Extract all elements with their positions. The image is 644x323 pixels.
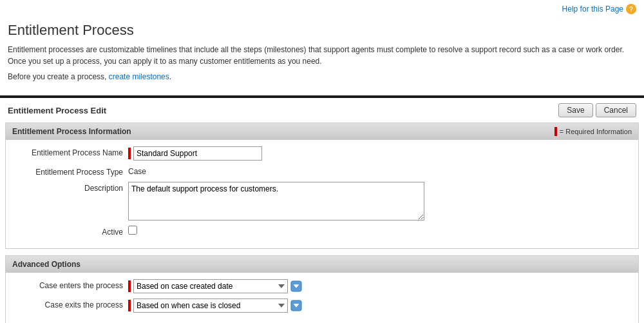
- page-description-2-prefix: Before you create a process,: [8, 72, 109, 81]
- spacer: [6, 318, 638, 323]
- form-container: Entitlement Process Edit Save Cancel Ent…: [0, 98, 644, 323]
- advanced-section-header: Advanced Options: [6, 256, 638, 273]
- required-note: = Required Information: [554, 127, 632, 136]
- case-enters-select[interactable]: Based on case created date Based on case…: [133, 279, 288, 293]
- info-section-header: Entitlement Process Information = Requir…: [6, 123, 638, 140]
- page-title: Entitlement Process: [8, 22, 636, 39]
- page-description-1: Entitlement processes are customizable t…: [8, 44, 636, 67]
- case-enters-required: [128, 280, 131, 292]
- top-cancel-button[interactable]: Cancel: [596, 103, 636, 117]
- case-enters-value: Based on case created date Based on case…: [128, 279, 632, 293]
- case-exits-value: Based on when case is closed Based on cu…: [128, 299, 632, 313]
- advanced-section: Advanced Options Case enters the process…: [5, 255, 639, 323]
- required-bar-icon: [554, 127, 557, 136]
- section-title: Entitlement Process Edit: [8, 106, 556, 115]
- case-enters-select-icon[interactable]: [290, 280, 302, 292]
- case-enters-label: Case enters the process: [12, 279, 128, 290]
- top-save-button[interactable]: Save: [558, 103, 592, 117]
- top-bar: Help for this Page ?: [0, 0, 644, 17]
- active-row: Active: [6, 226, 638, 237]
- advanced-section-title: Advanced Options: [12, 260, 80, 269]
- type-label: Entitlement Process Type: [12, 166, 128, 177]
- case-exits-select[interactable]: Based on when case is closed Based on cu…: [133, 299, 288, 313]
- help-link[interactable]: Help for this Page: [562, 5, 623, 14]
- description-row: Description The default support process …: [6, 182, 638, 220]
- info-section: Entitlement Process Information = Requir…: [5, 122, 639, 249]
- description-value: The default support process for customer…: [128, 182, 632, 220]
- type-static: Case: [128, 166, 146, 176]
- name-value: [128, 146, 632, 161]
- case-exits-select-icon[interactable]: [290, 300, 302, 311]
- case-exits-row: Case exits the process Based on when cas…: [6, 299, 638, 313]
- create-milestones-link[interactable]: create milestones: [109, 72, 169, 81]
- name-input[interactable]: [133, 146, 262, 161]
- description-textarea[interactable]: The default support process for customer…: [128, 182, 424, 220]
- description-label: Description: [12, 182, 128, 193]
- type-value: Case: [128, 166, 632, 176]
- active-label: Active: [12, 226, 128, 237]
- case-enters-select-container: Based on case created date Based on case…: [133, 279, 302, 293]
- case-enters-row: Case enters the process Based on case cr…: [6, 279, 638, 293]
- page-description-2-suffix: .: [169, 72, 171, 81]
- help-icon[interactable]: ?: [626, 4, 636, 14]
- active-value: [128, 226, 632, 235]
- case-exits-select-container: Based on when case is closed Based on cu…: [133, 299, 302, 313]
- section-title-bar: Entitlement Process Edit Save Cancel: [0, 98, 644, 122]
- active-checkbox[interactable]: [128, 226, 137, 235]
- case-exits-required: [128, 300, 131, 311]
- page-description-2: Before you create a process, create mile…: [8, 71, 636, 83]
- name-label: Entitlement Process Name: [12, 146, 128, 157]
- case-exits-label: Case exits the process: [12, 299, 128, 309]
- info-section-title: Entitlement Process Information: [12, 127, 131, 136]
- name-required-indicator: [128, 148, 131, 159]
- type-row: Entitlement Process Type Case: [6, 166, 638, 177]
- form-body: Entitlement Process Name Entitlement Pro…: [6, 140, 638, 248]
- advanced-body: Case enters the process Based on case cr…: [6, 273, 638, 323]
- name-row: Entitlement Process Name: [6, 146, 638, 161]
- page-header: Entitlement Process Entitlement processe…: [0, 17, 644, 90]
